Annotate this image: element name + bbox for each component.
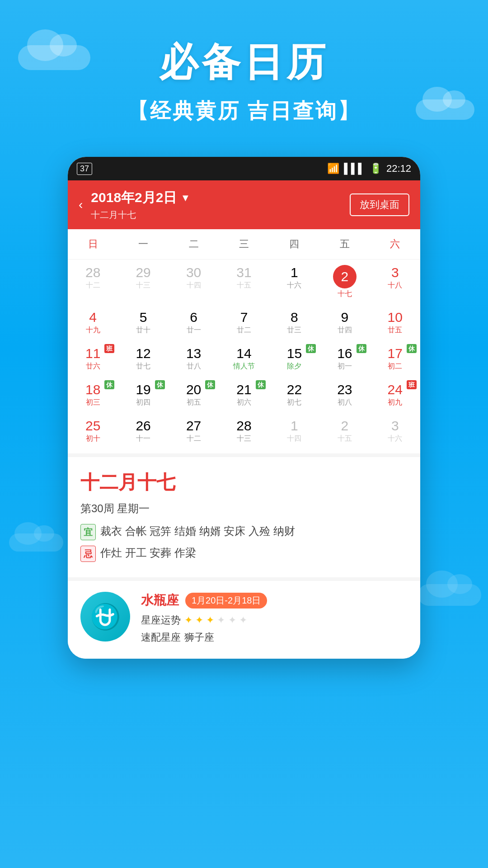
day-number: 28 bbox=[70, 265, 115, 280]
ji-badge: 忌 bbox=[80, 546, 96, 562]
table-row[interactable]: 22初七 bbox=[269, 377, 319, 413]
lunar-date: 廿一 bbox=[171, 326, 216, 335]
weekday-sat: 六 bbox=[370, 234, 420, 255]
weekday-row: 日 一 二 三 四 五 六 bbox=[68, 229, 420, 259]
table-row[interactable]: 30十四 bbox=[169, 259, 219, 304]
holiday-badge: 休 bbox=[357, 344, 366, 353]
phone-mockup: 37 📶 ▌▌▌ 🔋 22:12 ‹ 2018年2月2日 ▼ 十二月十七 放到桌… bbox=[68, 157, 420, 659]
lunar-date: 廿七 bbox=[121, 362, 165, 371]
calendar-grid: 28十二29十三30十四31十五1十六2十七3十八4十九5廿十6廿一7廿二8廿三… bbox=[68, 259, 420, 453]
table-row[interactable]: 休17初二 bbox=[370, 340, 420, 377]
lunar-date: 初四 bbox=[121, 398, 165, 407]
lunar-date: 廿八 bbox=[171, 362, 216, 371]
day-number: 6 bbox=[171, 310, 216, 325]
table-row[interactable]: 29十三 bbox=[118, 259, 168, 304]
lunar-date: 初三 bbox=[70, 398, 115, 407]
day-number: 27 bbox=[171, 418, 216, 433]
table-row[interactable]: 3十六 bbox=[370, 413, 420, 449]
table-row[interactable]: 5廿十 bbox=[118, 304, 168, 340]
cloud-decoration-3 bbox=[9, 533, 63, 552]
table-row[interactable]: 7廿二 bbox=[219, 304, 269, 340]
ji-row: 忌 作灶 开工 安葬 作梁 bbox=[80, 545, 408, 562]
holiday-badge: 休 bbox=[256, 380, 266, 389]
table-row[interactable]: 8廿三 bbox=[269, 304, 319, 340]
lunar-date: 初六 bbox=[221, 398, 266, 407]
table-row[interactable]: 3十八 bbox=[370, 259, 420, 304]
table-row[interactable]: 14情人节 bbox=[219, 340, 269, 377]
table-row[interactable]: 休21初六 bbox=[219, 377, 269, 413]
prev-month-button[interactable]: ‹ bbox=[79, 198, 83, 212]
zodiac-info: 水瓶座 1月20日-2月18日 星座运势 ✦ ✦ ✦ ✦ ✦ ✦ 速配星座 狮子… bbox=[141, 592, 408, 648]
zodiac-date-range: 1月20日-2月18日 bbox=[185, 593, 267, 609]
table-row[interactable]: 13廿八 bbox=[169, 340, 219, 377]
detail-date: 十二月十七 bbox=[80, 470, 408, 495]
holiday-badge: 休 bbox=[104, 380, 114, 389]
table-row[interactable]: 班24初九 bbox=[370, 377, 420, 413]
status-bar: 37 📶 ▌▌▌ 🔋 22:12 bbox=[68, 157, 420, 180]
table-row[interactable]: 休16初一 bbox=[319, 340, 370, 377]
holiday-badge: 休 bbox=[407, 344, 417, 353]
table-row[interactable]: 27十二 bbox=[169, 413, 219, 449]
table-row[interactable]: 23初八 bbox=[319, 377, 370, 413]
dropdown-icon[interactable]: ▼ bbox=[180, 192, 190, 204]
table-row[interactable]: 休15除夕 bbox=[269, 340, 319, 377]
lunar-date: 初五 bbox=[171, 398, 216, 407]
day-number: 22 bbox=[272, 382, 317, 397]
lunar-date: 十五 bbox=[322, 434, 367, 443]
table-row[interactable]: 9廿四 bbox=[319, 304, 370, 340]
lunar-date: 廿六 bbox=[70, 362, 115, 371]
lunar-date: 十七 bbox=[322, 289, 367, 299]
table-row[interactable]: 25初十 bbox=[68, 413, 118, 449]
table-row[interactable]: 26十一 bbox=[118, 413, 168, 449]
hero-section: 必备日历 【经典黄历 吉日查询】 bbox=[0, 0, 488, 143]
table-row[interactable]: 2十五 bbox=[319, 413, 370, 449]
table-row[interactable]: 28十三 bbox=[219, 413, 269, 449]
battery-icon: 🔋 bbox=[370, 163, 382, 175]
star-6: ✦ bbox=[239, 614, 247, 626]
lunar-date: 廿四 bbox=[322, 326, 367, 335]
lunar-date: 十三 bbox=[121, 281, 165, 290]
table-row[interactable]: 1十六 bbox=[269, 259, 319, 304]
holiday-badge: 班 bbox=[104, 344, 114, 353]
hero-subtitle: 【经典黄历 吉日查询】 bbox=[0, 97, 488, 125]
day-number: 12 bbox=[121, 346, 165, 361]
lunar-date: 十二 bbox=[70, 281, 115, 290]
table-row[interactable]: 6廿一 bbox=[169, 304, 219, 340]
wifi-icon: 📶 bbox=[327, 163, 339, 175]
day-number: 3 bbox=[373, 265, 418, 280]
cloud-decoration-1 bbox=[18, 45, 90, 70]
aquarius-symbol: ⛎ bbox=[90, 602, 121, 632]
table-row[interactable]: 班11廿六 bbox=[68, 340, 118, 377]
day-number: 30 bbox=[171, 265, 216, 280]
lunar-date: 十四 bbox=[171, 281, 216, 290]
table-row[interactable]: 2十七 bbox=[319, 259, 370, 304]
lunar-date: 十六 bbox=[272, 281, 317, 290]
lunar-date: 十一 bbox=[121, 434, 165, 443]
table-row[interactable]: 休20初五 bbox=[169, 377, 219, 413]
star-3: ✦ bbox=[206, 614, 214, 626]
stars-display: ✦ ✦ ✦ ✦ ✦ ✦ bbox=[184, 614, 247, 626]
desk-button[interactable]: 放到桌面 bbox=[350, 193, 409, 216]
detail-week: 第30周 星期一 bbox=[80, 501, 408, 516]
lunar-date: 初七 bbox=[272, 398, 317, 407]
zodiac-match-row: 速配星座 狮子座 bbox=[141, 631, 408, 644]
table-row[interactable]: 休18初三 bbox=[68, 377, 118, 413]
yi-content: 裁衣 合帐 冠笄 结婚 纳婿 安床 入殓 纳财 bbox=[100, 523, 295, 539]
ji-content: 作灶 开工 安葬 作梁 bbox=[100, 545, 196, 561]
table-row[interactable]: 28十二 bbox=[68, 259, 118, 304]
lunar-date: 十八 bbox=[373, 281, 418, 290]
day-number: 14 bbox=[221, 346, 266, 361]
table-row[interactable]: 休19初四 bbox=[118, 377, 168, 413]
table-row[interactable]: 31十五 bbox=[219, 259, 269, 304]
day-number: 2 bbox=[333, 265, 357, 288]
lunar-date: 廿三 bbox=[272, 326, 317, 335]
table-row[interactable]: 1十四 bbox=[269, 413, 319, 449]
weekday-wed: 三 bbox=[219, 234, 269, 255]
time-display: 22:12 bbox=[386, 163, 411, 175]
lunar-date: 廿十 bbox=[121, 326, 165, 335]
lunar-date: 廿二 bbox=[221, 326, 266, 335]
table-row[interactable]: 4十九 bbox=[68, 304, 118, 340]
table-row[interactable]: 12廿七 bbox=[118, 340, 168, 377]
table-row[interactable]: 10廿五 bbox=[370, 304, 420, 340]
status-right: 📶 ▌▌▌ 🔋 22:12 bbox=[327, 163, 411, 175]
